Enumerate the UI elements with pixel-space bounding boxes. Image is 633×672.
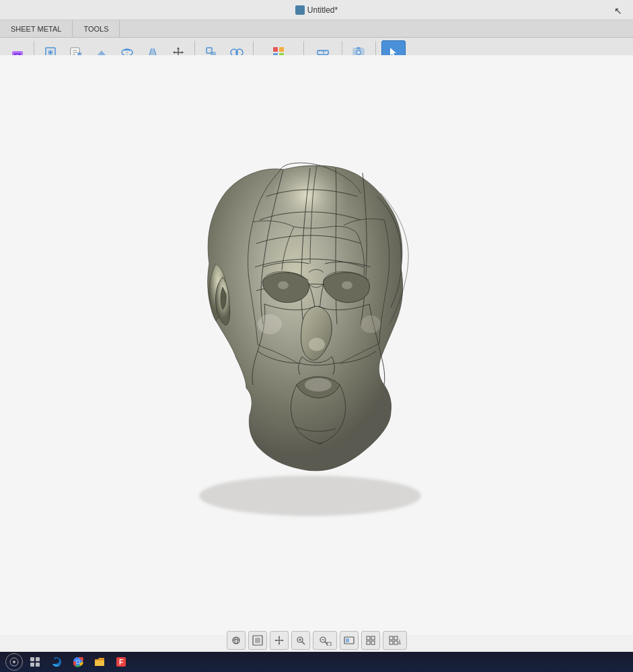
svg-point-57 xyxy=(235,637,237,644)
svg-point-55 xyxy=(305,378,332,391)
orbit-button[interactable] xyxy=(227,631,246,650)
fusion360-button[interactable]: F xyxy=(112,653,131,671)
svg-point-93 xyxy=(77,661,80,664)
head-model-container[interactable] xyxy=(149,116,485,533)
svg-point-45 xyxy=(357,51,360,54)
task-view-button[interactable] xyxy=(26,653,44,671)
chrome-button[interactable] xyxy=(69,653,87,671)
svg-point-50 xyxy=(278,281,289,289)
svg-rect-75 xyxy=(346,638,349,642)
svg-rect-94 xyxy=(95,661,104,666)
svg-marker-64 xyxy=(274,640,276,641)
svg-rect-89 xyxy=(30,663,34,667)
svg-rect-59 xyxy=(255,638,260,643)
svg-point-53 xyxy=(258,314,282,334)
viewport[interactable] xyxy=(0,55,633,635)
display-mode-button[interactable] xyxy=(340,631,359,650)
svg-rect-88 xyxy=(36,657,40,661)
svg-marker-23 xyxy=(173,51,175,54)
svg-rect-90 xyxy=(36,663,40,667)
svg-rect-79 xyxy=(371,641,375,644)
edge-browser-button[interactable] xyxy=(47,653,66,671)
svg-line-67 xyxy=(302,642,305,644)
tab-row: SHEET METAL TOOLS xyxy=(0,20,633,38)
svg-rect-76 xyxy=(367,636,370,640)
svg-marker-65 xyxy=(282,640,284,641)
svg-rect-35 xyxy=(318,50,328,54)
svg-rect-80 xyxy=(389,636,393,640)
svg-marker-24 xyxy=(182,51,184,54)
tab-tools[interactable]: TOOLS xyxy=(73,20,120,37)
svg-point-49 xyxy=(199,476,421,516)
svg-rect-82 xyxy=(389,641,393,644)
svg-marker-84 xyxy=(398,638,401,644)
title-text: Untitled* xyxy=(307,5,338,15)
svg-text:F: F xyxy=(119,659,123,666)
status-bar xyxy=(0,628,633,652)
visual-style-button[interactable] xyxy=(383,631,407,650)
svg-rect-46 xyxy=(357,47,361,49)
svg-point-30 xyxy=(235,51,238,54)
svg-marker-62 xyxy=(278,636,280,638)
svg-point-54 xyxy=(361,315,381,333)
taskbar: F xyxy=(0,652,633,672)
file-explorer-button[interactable] xyxy=(90,653,109,671)
cursor-icon: ↖ xyxy=(614,5,622,16)
zoom-fit-button[interactable] xyxy=(291,631,310,650)
tab-sheet-metal[interactable]: SHEET METAL xyxy=(0,20,73,37)
svg-rect-77 xyxy=(371,636,375,640)
svg-rect-81 xyxy=(394,636,398,640)
grid-button[interactable] xyxy=(361,631,380,650)
zoom-window-button[interactable] xyxy=(313,631,337,650)
svg-marker-21 xyxy=(177,47,180,49)
svg-rect-32 xyxy=(279,47,284,52)
svg-rect-87 xyxy=(30,657,34,661)
start-button[interactable] xyxy=(5,653,23,671)
svg-rect-83 xyxy=(394,641,398,644)
fit-to-view-button[interactable] xyxy=(248,631,267,650)
svg-point-52 xyxy=(309,338,325,351)
window-title: Untitled* xyxy=(295,5,338,15)
svg-marker-63 xyxy=(278,643,280,645)
svg-rect-31 xyxy=(273,47,278,52)
title-bar: Untitled* ↖ xyxy=(0,0,633,20)
svg-point-51 xyxy=(342,281,352,289)
svg-point-86 xyxy=(13,661,15,663)
svg-rect-78 xyxy=(367,641,370,644)
svg-point-56 xyxy=(233,637,239,644)
app-icon xyxy=(295,5,305,15)
pan-button[interactable] xyxy=(270,631,289,650)
